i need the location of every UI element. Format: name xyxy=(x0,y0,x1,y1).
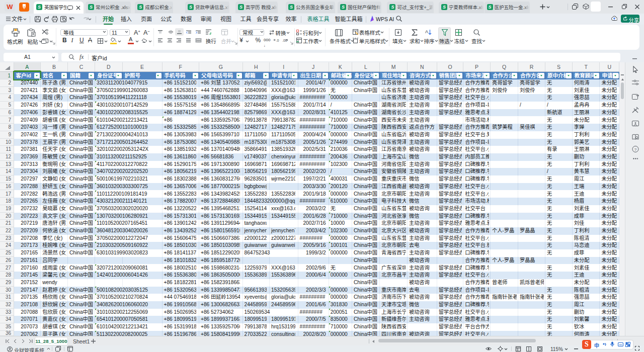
svg-text:.00: .00 xyxy=(282,39,287,42)
svg-text:A: A xyxy=(425,29,428,34)
svg-text:?: ? xyxy=(634,147,637,152)
svg-text:.0: .0 xyxy=(276,39,279,42)
